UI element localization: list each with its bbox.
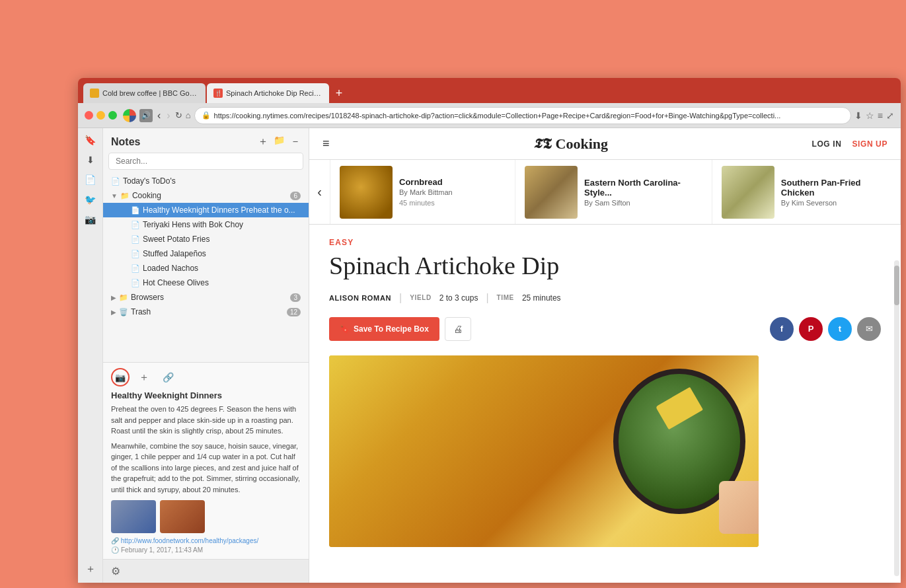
save-to-recipe-box-btn[interactable]: 🔖 Save To Recipe Box <box>329 317 439 341</box>
healthy-note-icon: 📄 <box>131 206 140 215</box>
sidebar-minus-btn[interactable]: － <box>290 135 301 149</box>
tree-item-stuffed-jalapenos[interactable]: 📄 Stuffed Jalapeños <box>103 246 309 261</box>
sidebar-search[interactable] <box>108 153 303 170</box>
share-twitter-btn[interactable]: t <box>828 317 852 341</box>
note-thumb-1[interactable] <box>111 500 156 533</box>
browsers-folder-icon: 📁 <box>119 293 128 302</box>
back-button[interactable]: ‹ <box>157 110 161 122</box>
url-bar[interactable]: 🔒 https://cooking.nytimes.com/recipes/10… <box>194 107 851 124</box>
tree-item-trash[interactable]: ▶ 🗑️ Trash 12 <box>103 305 309 319</box>
close-button[interactable] <box>85 111 93 120</box>
tab2-favicon: 🍴 <box>213 89 223 98</box>
add-tool-btn[interactable]: ＋ <box>135 368 153 386</box>
resize-icon[interactable]: ⤢ <box>886 110 894 121</box>
eastern-author: By Sam Sifton <box>584 199 702 207</box>
sidebar-folder-btn[interactable]: 📁 <box>274 135 285 149</box>
web-content-area: ≡ 𝕿 𝕿 Cooking LOG IN SIGN UP ‹ <box>309 128 901 583</box>
minimize-button[interactable] <box>96 111 105 120</box>
new-tab-button[interactable]: + <box>330 85 348 102</box>
tree-item-loaded-nachos[interactable]: 📄 Loaded Nachos <box>103 261 309 276</box>
tab-spinach-artichoke[interactable]: 🍴 Spinach Artichoke Dip Recip... <box>207 83 329 103</box>
cornbread-img <box>340 166 393 219</box>
carousel-prev-btn[interactable]: ‹ <box>309 160 330 224</box>
url-text: https://cooking.nytimes.com/recipes/1018… <box>214 112 844 120</box>
web-scrollbar[interactable] <box>894 260 899 576</box>
sign-up-btn[interactable]: SIGN UP <box>852 139 887 149</box>
nyt-t-logo: 𝕿 <box>533 136 541 151</box>
settings-gear-btn[interactable]: ⚙ <box>103 559 309 583</box>
eastern-info: Eastern North Carolina-Style... By Sam S… <box>584 178 702 207</box>
tree-item-cooking[interactable]: ▼ 📁 Cooking 6 <box>103 188 309 203</box>
tree-item-hot-cheese-olives[interactable]: 📄 Hot Cheese Olives <box>103 276 309 290</box>
cooking-badge: 6 <box>290 192 301 200</box>
yield-label: YIELD <box>410 294 431 301</box>
tree-item-sweet-potato[interactable]: 📄 Sweet Potato Fries <box>103 232 309 246</box>
log-in-btn[interactable]: LOG IN <box>812 139 842 149</box>
download-address-icon[interactable]: ⬇ <box>854 110 862 121</box>
time-label: TIME <box>497 294 514 301</box>
tree-item-todos[interactable]: 📄 Today's ToDo's <box>103 174 309 188</box>
maximize-button[interactable] <box>108 111 117 120</box>
trash-badge: 12 <box>287 308 301 316</box>
tree-item-teriyaki[interactable]: 📄 Teriyaki Hens with Bok Choy <box>103 217 309 232</box>
auth-links: LOG IN SIGN UP <box>812 139 887 149</box>
browsers-chevron: ▶ <box>111 294 116 301</box>
reload-button[interactable]: ↻ <box>175 110 182 120</box>
nyt-cooking-text: 𝕿 Cooking <box>543 135 608 153</box>
note-editor-area: 📷 ＋ 🔗 Healthy Weeknight Dinners Preheat … <box>103 362 309 559</box>
recipe-author-name[interactable]: ALISON ROMAN <box>329 294 391 302</box>
note-link[interactable]: 🔗 http://www.foodnetwork.com/healthy/pac… <box>111 537 301 544</box>
nav-twitter-icon[interactable]: 🐦 <box>85 194 96 205</box>
cornbread-info: Cornbread By Mark Bittman 45 minutes <box>399 177 453 207</box>
tree-item-browsers[interactable]: ▶ 📁 Browsers 3 <box>103 290 309 305</box>
settings-address-icon[interactable]: ≡ <box>878 110 883 121</box>
share-facebook-btn[interactable]: f <box>770 317 794 341</box>
todos-icon: 📄 <box>111 177 120 186</box>
sweet-potato-label: Sweet Potato Fries <box>143 235 302 244</box>
speaker-icon[interactable]: 🔊 <box>139 109 153 122</box>
cooking-chevron: ▼ <box>111 192 118 200</box>
stuffed-j-label: Stuffed Jalapeños <box>143 249 302 258</box>
hamburger-menu-btn[interactable]: ≡ <box>322 137 330 151</box>
healthy-label: Healthy Weeknight Dinners Preheat the o.… <box>143 205 302 215</box>
print-recipe-btn[interactable]: 🖨 <box>445 317 471 341</box>
browsers-label: Browsers <box>131 293 287 302</box>
recipe-action-row: 🔖 Save To Recipe Box 🖨 f P t ✉ <box>329 317 881 341</box>
tab-cold-brew[interactable]: Cold brew coffee | BBC Good... <box>83 83 206 103</box>
lock-icon: 🔒 <box>202 111 211 120</box>
web-scrollbar-thumb[interactable] <box>894 266 899 305</box>
nav-add-icon[interactable]: ＋ <box>85 562 96 576</box>
nav-instagram-icon[interactable]: 📷 <box>85 214 96 225</box>
carousel-item-eastern[interactable]: Eastern North Carolina-Style... By Sam S… <box>515 160 712 224</box>
notes-tree: 📄 Today's ToDo's ▼ 📁 Cooking 6 📄 Healthy… <box>103 174 309 362</box>
note-thumb-2[interactable] <box>160 500 205 533</box>
recipe-tag: EASY <box>329 238 881 247</box>
nav-bookmark-icon[interactable]: 🔖 <box>85 135 96 145</box>
trash-chevron: ▶ <box>111 309 116 316</box>
note-body-para1: Preheat the oven to 425 degrees F. Seaso… <box>111 404 301 437</box>
trash-label: Trash <box>131 307 284 316</box>
share-email-btn[interactable]: ✉ <box>857 317 881 341</box>
cornbread-title: Cornbread <box>399 177 453 187</box>
carousel-item-cornbread[interactable]: Cornbread By Mark Bittman 45 minutes <box>330 160 515 224</box>
address-bar: 🔊 ‹ › ↻ ⌂ 🔒 https://cooking.nytimes.com/… <box>78 103 901 128</box>
tree-item-healthy-weeknight[interactable]: 📄 Healthy Weeknight Dinners Preheat the … <box>103 203 309 217</box>
carousel-item-southern[interactable]: Southern Pan-Fried Chicken By Kim Severs… <box>712 160 901 224</box>
carousel-items: Cornbread By Mark Bittman 45 minutes Eas… <box>330 160 901 224</box>
cooking-label: Cooking <box>132 191 288 200</box>
sidebar-header: Notes ＋ 📁 － <box>103 128 309 153</box>
bookmark-address-icon[interactable]: ☆ <box>866 110 874 121</box>
teriyaki-icon: 📄 <box>131 221 140 229</box>
nav-download-icon[interactable]: ⬇ <box>87 155 94 165</box>
profile-icon[interactable] <box>123 109 136 122</box>
share-pinterest-btn[interactable]: P <box>799 317 823 341</box>
link-tool-btn[interactable]: 🔗 <box>159 368 177 386</box>
nav-document-icon[interactable]: 📄 <box>85 174 96 185</box>
bookmark-save-icon: 🔖 <box>340 324 350 334</box>
camera-tool-btn[interactable]: 📷 <box>111 368 130 386</box>
sidebar-add-btn[interactable]: ＋ <box>258 135 268 149</box>
nyt-cooking-logo: 𝕿 𝕿 Cooking <box>533 135 608 153</box>
home-button[interactable]: ⌂ <box>186 110 191 120</box>
left-nav-strip: 🔖 ⬇ 📄 🐦 📷 ＋ <box>78 128 103 583</box>
eastern-img <box>525 166 578 219</box>
